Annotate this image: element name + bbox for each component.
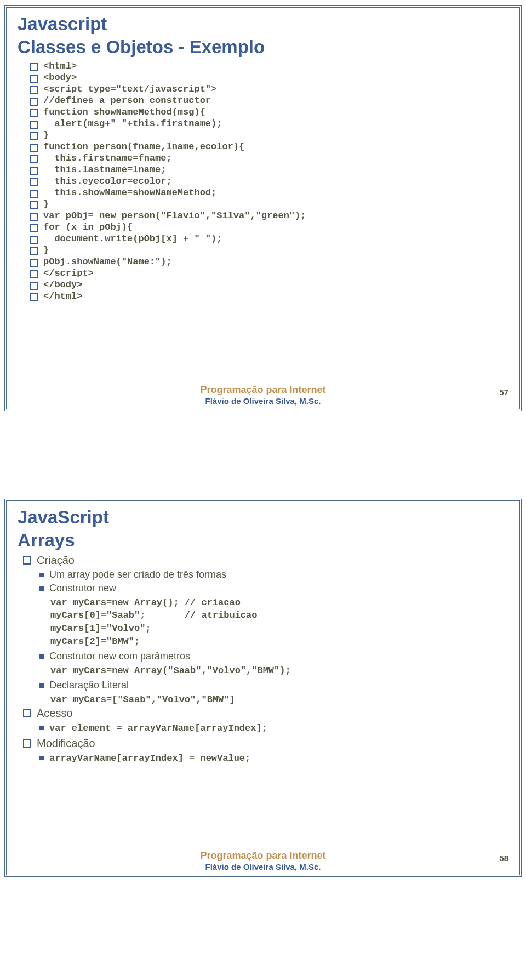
- code-text: <script type="text/javascript">: [43, 84, 216, 94]
- sub-bullet-icon: [39, 586, 44, 591]
- slide-title-line1: JavaScript: [18, 508, 508, 527]
- slide-2: JavaScript Arrays CriaçãoUm array pode s…: [4, 499, 522, 877]
- code-text: }: [43, 199, 49, 209]
- code-line-item: <script type="text/javascript">: [30, 84, 508, 94]
- bullet-icon: [23, 709, 31, 717]
- code-text: document.write(pObj[x] + " ");: [43, 233, 222, 244]
- bullet-icon: [30, 236, 38, 244]
- code-line-item: for (x in pObj){: [30, 222, 508, 232]
- bullet-icon: [30, 109, 38, 117]
- code-line-item: document.write(pObj[x] + " ");: [30, 233, 508, 244]
- bullet-icon: [30, 132, 38, 140]
- bullet-icon: [30, 201, 38, 209]
- slide-1: Javascript Classes e Objetos - Exemplo <…: [4, 5, 522, 411]
- sub-bullet-item: Declaração Literal: [39, 680, 508, 691]
- main-bullet-item: Acesso: [23, 707, 508, 720]
- code-line-item: </html>: [30, 291, 508, 301]
- bullet-icon: [30, 167, 38, 175]
- sub-bullet-item: arrayVarName[arrayIndex] = newValue;: [39, 752, 508, 765]
- sub-bullet-icon: [39, 726, 44, 730]
- slide-title-line1: Javascript: [18, 14, 508, 34]
- sub-bullet-text: Um array pode ser criado de três formas: [49, 569, 226, 580]
- code-text: var myCars=["Saab","Volvo","BMW"]: [50, 693, 508, 706]
- main-bullet-item: Criação: [23, 554, 508, 567]
- bullet-icon: [30, 259, 38, 267]
- main-bullet-item: Modificação: [23, 737, 508, 750]
- main-bullet-label: Acesso: [37, 707, 73, 720]
- code-text: this.showName=showNameMethod;: [43, 187, 216, 198]
- code-text: </html>: [43, 291, 82, 301]
- page-number: 57: [499, 388, 508, 397]
- code-line-item: this.showName=showNameMethod;: [30, 187, 508, 198]
- bullet-icon: [30, 121, 38, 129]
- code-text: arrayVarName[arrayIndex] = newValue;: [49, 752, 250, 765]
- code-text: myCars[0]="Saab"; // atribuicao: [50, 609, 508, 622]
- bullet-icon: [30, 213, 38, 221]
- code-line-item: alert(msg+" "+this.firstname);: [30, 118, 508, 129]
- sub-bullet-text: Construtor new: [49, 583, 116, 594]
- bullet-icon: [30, 75, 38, 83]
- bullet-icon: [30, 155, 38, 163]
- code-line: myCars[2]="BMW";: [50, 635, 508, 648]
- main-bullet-label: Criação: [37, 554, 75, 567]
- code-text: }: [43, 130, 49, 140]
- code-line-item: var pObj= new person("Flavio","Silva","g…: [30, 210, 508, 221]
- bullet-icon: [30, 86, 38, 94]
- code-text: var pObj= new person("Flavio","Silva","g…: [43, 210, 306, 221]
- bullet-icon: [23, 739, 31, 748]
- sub-bullet-item: Construtor new: [39, 583, 508, 594]
- code-line-item: this.eyecolor=ecolor;: [30, 176, 508, 186]
- main-bullet-label: Modificação: [37, 737, 95, 750]
- code-text: <html>: [43, 61, 77, 71]
- code-line-item: </body>: [30, 280, 508, 290]
- bullet-icon: [30, 63, 38, 71]
- code-line: myCars[1]="Volvo";: [50, 622, 508, 635]
- sub-bullet-item: Um array pode ser criado de três formas: [39, 569, 508, 580]
- code-line-item: <body>: [30, 72, 508, 83]
- code-line-item: }: [30, 130, 508, 140]
- code-line-item: }: [30, 245, 508, 255]
- sub-bullet-item: var element = arrayVarName[arrayIndex];: [39, 722, 508, 735]
- footer-title: Programação para Internet: [7, 384, 519, 396]
- page-number: 58: [499, 853, 508, 863]
- code-text: function person(fname,lname,ecolor){: [43, 141, 244, 152]
- code-text: this.eyecolor=ecolor;: [43, 176, 172, 186]
- code-line-item: function showNameMethod(msg){: [30, 107, 508, 117]
- code-line-item: </script>: [30, 268, 508, 278]
- slide-title-line2: Classes e Objetos - Exemplo: [18, 37, 508, 57]
- bullet-icon: [30, 270, 38, 278]
- code-line-item: function person(fname,lname,ecolor){: [30, 141, 508, 152]
- code-text: function showNameMethod(msg){: [43, 107, 205, 117]
- bullet-icon: [30, 144, 38, 152]
- code-text: myCars[2]="BMW";: [50, 635, 508, 648]
- code-text: </script>: [43, 268, 94, 278]
- code-line: var myCars=new Array(); // criacao: [50, 596, 508, 609]
- sub-bullet-text: Construtor new com parâmetros: [49, 651, 190, 662]
- sub-bullet-icon: [39, 573, 44, 577]
- footer-sub: Flávio de Oliveira Silva, M.Sc.: [7, 862, 519, 871]
- bullet-icon: [30, 293, 38, 301]
- bullet-icon: [30, 98, 38, 106]
- slide-title-line2: Arrays: [18, 531, 508, 550]
- bullet-icon: [23, 556, 31, 565]
- code-text: this.lastname=lname;: [43, 164, 166, 175]
- bullet-icon: [30, 282, 38, 290]
- bullet-icon: [30, 247, 38, 255]
- code-line-item: <html>: [30, 61, 508, 71]
- code-text: for (x in pObj){: [43, 222, 133, 232]
- sub-bullet-icon: [39, 683, 44, 688]
- bullet-icon: [30, 190, 38, 198]
- code-text: //defines a person constructor: [43, 95, 211, 106]
- sub-bullet-icon: [39, 756, 44, 760]
- sub-bullet-icon: [39, 654, 44, 659]
- code-text: var myCars=new Array("Saab","Volvo","BMW…: [50, 664, 508, 677]
- code-text: </body>: [43, 280, 82, 290]
- sub-bullet-text: Declaração Literal: [49, 680, 129, 691]
- code-text: myCars[1]="Volvo";: [50, 622, 508, 635]
- code-text: this.firstname=fname;: [43, 153, 172, 163]
- code-line-item: }: [30, 199, 508, 209]
- bullet-icon: [30, 178, 38, 186]
- footer-title: Programação para Internet: [7, 850, 519, 862]
- code-line: myCars[0]="Saab"; // atribuicao: [50, 609, 508, 622]
- code-line-item: this.lastname=lname;: [30, 164, 508, 175]
